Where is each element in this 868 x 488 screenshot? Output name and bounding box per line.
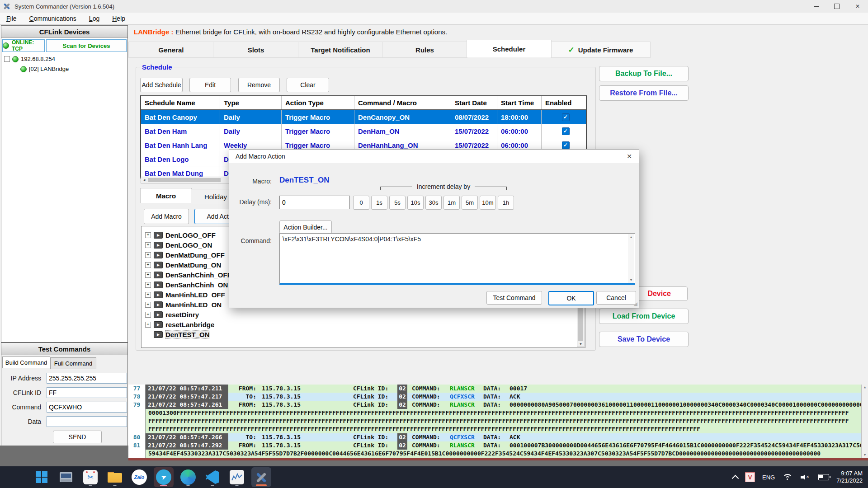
col-start-date[interactable]: Start Date [451, 96, 497, 109]
tree-node-root[interactable]: - 192.68.8.254 [4, 56, 55, 62]
test-command-button[interactable]: Test Command [486, 291, 542, 305]
delay-value-input[interactable] [280, 196, 365, 209]
delay-preset-30s[interactable]: 30s [425, 196, 442, 210]
save-to-device-button[interactable]: Save To Device [599, 332, 689, 347]
cflink-id-field[interactable] [47, 387, 127, 398]
cancel-button[interactable]: Cancel [596, 291, 636, 305]
macro-item[interactable]: + ▶ ManHinhLED_OFF [145, 290, 225, 299]
tree-node-lanbridge[interactable]: [02] LANBridge [20, 66, 69, 72]
macro-item[interactable]: + ▶ DenMatDung_OFF [145, 250, 225, 259]
ip-address-field[interactable] [47, 373, 127, 384]
tab-slots[interactable]: Slots [213, 42, 299, 58]
log-scrollbar[interactable]: ▲ ▼ [861, 385, 868, 458]
tab-build-command[interactable]: Build Command [2, 357, 50, 368]
expand-icon[interactable]: + [145, 262, 151, 268]
data-field[interactable] [47, 416, 127, 427]
start-button[interactable] [32, 467, 52, 487]
volume-muted-icon[interactable]: × [800, 474, 811, 481]
macro-item[interactable]: + ▶ DenMatDung_ON [145, 260, 221, 269]
macro-item[interactable]: + ▶ DenLOGO_OFF [145, 230, 216, 239]
telegram-button[interactable]: ➤ [154, 467, 174, 487]
restore-from-file-button[interactable]: Restore From File... [599, 85, 689, 101]
minimize-button[interactable] [806, 0, 826, 13]
delay-preset-10m[interactable]: 10m [480, 196, 496, 210]
expand-icon[interactable]: + [145, 322, 151, 328]
backup-to-file-button[interactable]: Backup To File... [599, 66, 689, 81]
expand-icon[interactable]: + [145, 272, 151, 278]
expand-icon[interactable]: + [145, 312, 151, 318]
ok-button[interactable]: OK [548, 291, 594, 305]
scroll-down-icon[interactable]: ▼ [630, 277, 633, 283]
tab-update-firmware[interactable]: ✓ Update Firmware [551, 42, 651, 58]
macro-item-selected[interactable]: ▶ DenTEST_ON [154, 330, 210, 339]
log-line-continuation[interactable]: 59434F4EF45330323A317C5030323A54F5F55D7D… [128, 450, 868, 458]
expand-icon[interactable]: + [145, 282, 151, 288]
load-from-device-button[interactable]: Load From Device [599, 309, 689, 324]
scroll-left-icon[interactable]: ◄ [141, 178, 147, 183]
add-schedule-button[interactable]: Add Schedule [140, 78, 183, 92]
log-line[interactable]: 78 21/07/22 08:57:47.217 TO: 115.78.3.15… [128, 393, 868, 401]
log-line[interactable]: 81 21/07/22 08:57:47.292 FROM: 115.78.3.… [128, 441, 868, 450]
delay-preset-1s[interactable]: 1s [371, 196, 387, 210]
enabled-checkbox[interactable]: ✓ [562, 113, 570, 121]
enabled-checkbox[interactable]: ✓ [562, 141, 570, 149]
resize-grip[interactable]: ◢ [634, 301, 637, 307]
tab-macro[interactable]: Macro [140, 188, 192, 203]
send-button[interactable]: SEND [53, 431, 102, 443]
vscode-button[interactable] [203, 467, 222, 487]
expand-icon[interactable]: + [145, 302, 151, 308]
menu-file[interactable]: File [6, 15, 17, 22]
macro-item[interactable]: + ▶ resetLanbridge [145, 320, 214, 329]
col-command-macro[interactable]: Command / Macro [354, 96, 451, 109]
clear-button[interactable]: Clear [287, 78, 329, 92]
col-type[interactable]: Type [220, 96, 282, 109]
action-builder-button[interactable]: Action Builder... [279, 221, 332, 234]
expand-icon[interactable]: + [145, 292, 151, 298]
menu-help[interactable]: Help [112, 15, 125, 22]
tab-scheduler[interactable]: Scheduler [467, 40, 552, 57]
scroll-up-icon[interactable]: ▲ [864, 385, 866, 390]
delay-preset-0[interactable]: 0 [353, 196, 369, 210]
log-line-continuation[interactable]: 00001300FFFFFFFFFFFFFFFFFFFFFFFFFFFFFFFF… [128, 409, 868, 417]
table-row[interactable]: Bat Den Canopy Daily Trigger Macro DenCa… [141, 110, 586, 124]
tab-full-command[interactable]: Full Command [50, 357, 96, 369]
wifi-icon[interactable] [782, 473, 793, 481]
delay-preset-5m[interactable]: 5m [462, 196, 478, 210]
table-row[interactable]: Bat Den Ham Daily Trigger Macro DenHam_O… [141, 124, 586, 138]
remote-desktop-button[interactable] [56, 467, 76, 487]
delay-preset-10s[interactable]: 10s [407, 196, 424, 210]
command-field[interactable] [47, 402, 127, 413]
collapse-icon[interactable]: - [4, 56, 10, 62]
file-explorer-button[interactable] [105, 467, 125, 487]
col-start-time[interactable]: Start Time [497, 96, 542, 109]
expand-icon[interactable]: + [145, 242, 151, 248]
tab-general[interactable]: General [128, 42, 214, 58]
delay-preset-1m[interactable]: 1m [443, 196, 460, 210]
remove-button[interactable]: Remove [238, 78, 280, 92]
macro-item[interactable]: + ▶ DenLOGO_ON [145, 240, 212, 249]
log-line-continuation[interactable]: FFFFFFFFFFFFFFFFFFFFFFFFFFFFFFFFFFFFFFFF… [128, 425, 868, 433]
macro-item[interactable]: + ▶ DenSanhChinh_ON [145, 280, 228, 289]
macro-item[interactable]: + ▶ ManHinhLED_ON [145, 300, 222, 309]
tray-chevron-up-icon[interactable] [732, 474, 739, 482]
expand-icon[interactable]: + [145, 252, 151, 258]
scan-for-devices-button[interactable]: Scan for Devices [46, 39, 127, 52]
command-textarea[interactable]: \xF2\x31\xF3TRLYCON\xF4S04:0|P04:T\xF5\x… [279, 233, 635, 285]
clock[interactable]: 9:07 AM 7/21/2022 [836, 470, 863, 484]
snipping-tool-button[interactable]: ✂ [80, 467, 100, 487]
delay-preset-1h[interactable]: 1h [498, 196, 514, 210]
add-macro-button[interactable]: Add Macro [144, 209, 189, 224]
log-line[interactable]: 80 21/07/22 08:57:47.266 TO: 115.78.3.15… [128, 433, 868, 441]
delay-spinner[interactable]: ▲ ▼ [279, 196, 350, 209]
scroll-down-icon[interactable]: ▼ [579, 342, 583, 346]
edit-button[interactable]: Edit [189, 78, 231, 92]
tab-rules[interactable]: Rules [382, 42, 467, 58]
col-enabled[interactable]: Enabled [542, 96, 586, 109]
maximize-button[interactable] [826, 0, 847, 13]
col-schedule-name[interactable]: Schedule Name [141, 96, 220, 109]
menu-communications[interactable]: Communications [29, 15, 76, 22]
menu-log[interactable]: Log [89, 15, 99, 22]
macro-item[interactable]: + ▶ resetDinry [145, 310, 199, 319]
scroll-up-icon[interactable]: ▲ [630, 234, 633, 240]
zalo-button[interactable]: Zalo [129, 467, 149, 487]
